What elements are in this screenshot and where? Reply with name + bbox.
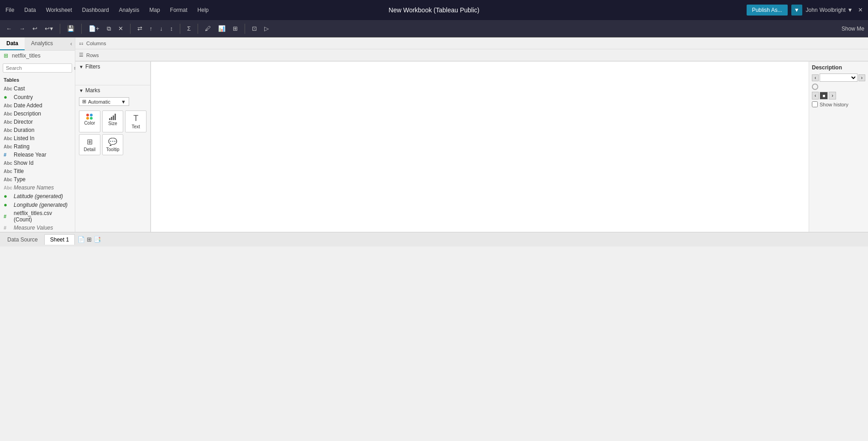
user-lastname: Woolbright	[820, 7, 846, 13]
forward-button[interactable]: →	[17, 24, 27, 33]
field-description[interactable]: Abc Description	[0, 110, 75, 118]
text-mark-button[interactable]: T Text	[125, 110, 146, 132]
dot-green	[90, 117, 93, 120]
menu-data[interactable]: Data	[22, 5, 37, 15]
canvas-area[interactable]	[151, 62, 809, 232]
field-name: Listed In	[14, 135, 34, 142]
field-longitude[interactable]: ● Longitude (generated)	[0, 200, 75, 209]
new-dashboard-button[interactable]: ⊞	[87, 236, 92, 243]
show-me-button[interactable]: Show Me	[842, 26, 864, 32]
sort-clear-button[interactable]: ↕	[168, 24, 176, 33]
tab-data[interactable]: Data	[0, 37, 25, 50]
size-mark-button[interactable]: Size	[102, 110, 124, 132]
menu-worksheet[interactable]: Worksheet	[44, 5, 74, 15]
field-type[interactable]: Abc Type	[0, 175, 75, 184]
show-me-label: Show Me	[842, 26, 864, 32]
filters-area[interactable]	[75, 72, 150, 85]
desc-next-button[interactable]: ›	[858, 74, 865, 81]
field-country[interactable]: ● Country	[0, 93, 75, 101]
color-mark-button[interactable]: Color	[79, 110, 100, 132]
menu-map[interactable]: Map	[147, 5, 162, 15]
panel-collapse-button[interactable]: ‹	[68, 37, 75, 50]
field-title[interactable]: Abc Title	[0, 167, 75, 175]
marks-type-row: ⊞ Automatic ▼	[75, 95, 150, 108]
menu-analysis[interactable]: Analysis	[117, 5, 141, 15]
field-name: Measure Names	[14, 184, 54, 191]
field-name: Show Id	[14, 160, 33, 166]
menu-format[interactable]: Format	[168, 5, 189, 15]
show-history-checkbox[interactable]	[812, 101, 818, 107]
field-cast[interactable]: Abc Cast	[0, 84, 75, 93]
sheet1-tab[interactable]: Sheet 1	[44, 234, 75, 245]
swap-button[interactable]: ⇄	[135, 24, 145, 33]
save-button[interactable]: 💾	[65, 24, 77, 33]
undo-button[interactable]: ↩	[30, 24, 40, 33]
database-icon: ⊞	[4, 52, 8, 59]
tab-analytics[interactable]: Analytics	[25, 37, 59, 50]
highlight-button[interactable]: 🖊	[203, 24, 213, 33]
data-source-tab[interactable]: Data Source	[4, 235, 42, 245]
aggregate-button[interactable]: Σ	[185, 24, 193, 33]
marks-section-header[interactable]: ▼ Marks	[75, 85, 150, 95]
field-rating[interactable]: Abc Rating	[0, 142, 75, 151]
text-label: Text	[131, 124, 140, 129]
back-button[interactable]: ←	[4, 24, 14, 33]
detail-mark-button[interactable]: ⊞ Detail	[79, 134, 100, 155]
close-button[interactable]: ×	[857, 4, 864, 16]
field-show-id[interactable]: Abc Show Id	[0, 159, 75, 167]
columns-content[interactable]	[106, 39, 864, 47]
user-dropdown-icon[interactable]: ▼	[847, 7, 853, 13]
duplicate-button[interactable]: ⧉	[105, 24, 113, 34]
search-input[interactable]	[3, 63, 72, 73]
rows-shelf: ☰ Rows	[75, 49, 868, 61]
sort-desc-button[interactable]: ↓	[157, 24, 165, 33]
description-nav: ‹ ›	[812, 74, 865, 82]
field-latitude[interactable]: ● Latitude (generated)	[0, 192, 75, 200]
new-sheet-button[interactable]: 📄	[78, 236, 85, 243]
field-count[interactable]: # netflix_titles.csv (Count)	[0, 209, 75, 224]
desc-prev-media-button[interactable]: ‹	[812, 92, 819, 100]
redo-button[interactable]: ↩▾	[42, 24, 55, 33]
window-title: New Workbook (Tableau Public)	[389, 6, 480, 14]
size-label: Size	[108, 121, 117, 126]
view-button[interactable]: ⊞	[230, 24, 240, 33]
field-duration[interactable]: Abc Duration	[0, 126, 75, 134]
toolbar: ← → ↩ ↩▾ 💾 📄+ ⧉ ✕ ⇄ ↑ ↓ ↕ Σ 🖊 📊 ⊞ ⊡ ▷ Sh…	[0, 20, 868, 37]
field-listed-in[interactable]: Abc Listed In	[0, 134, 75, 142]
abc-icon: Abc	[4, 111, 12, 116]
menu-bar: File Data Worksheet Dashboard Analysis M…	[4, 5, 210, 15]
tooltip-label: Tooltip	[106, 147, 120, 152]
presentation-button[interactable]: ▷	[262, 24, 271, 33]
menu-file[interactable]: File	[4, 5, 16, 15]
sort-asc-button[interactable]: ↑	[147, 24, 155, 33]
tooltip-mark-button[interactable]: 💬 Tooltip	[102, 134, 124, 155]
marks-type-icon: ⊞	[82, 99, 86, 105]
columns-label: Columns	[86, 41, 106, 46]
new-worksheet-button[interactable]: 📄+	[86, 24, 102, 33]
filters-section-header[interactable]: ▼ Filters	[75, 62, 150, 72]
desc-prev-button[interactable]: ‹	[812, 74, 819, 81]
desc-dropdown[interactable]	[820, 74, 857, 82]
field-measure-values[interactable]: # Measure Values	[0, 224, 75, 232]
group-button[interactable]: 📊	[216, 24, 228, 33]
marks-type-dropdown[interactable]: ⊞ Automatic ▼	[79, 97, 129, 106]
tables-section-header: Tables	[0, 75, 75, 84]
hash-icon: #	[4, 214, 12, 219]
field-release-year[interactable]: # Release Year	[0, 151, 75, 159]
field-director[interactable]: Abc Director	[0, 118, 75, 126]
menu-dashboard[interactable]: Dashboard	[80, 5, 111, 15]
field-date-added[interactable]: Abc Date Added	[0, 101, 75, 110]
fit-button[interactable]: ⊡	[250, 24, 259, 33]
publish-as-dropdown[interactable]: ▼	[791, 5, 802, 16]
field-measure-names[interactable]: Abc Measure Names	[0, 184, 75, 192]
field-name: Cast	[14, 85, 25, 92]
marks-type-label: Automatic	[88, 99, 110, 105]
desc-next-media-button[interactable]: ›	[829, 92, 836, 100]
rows-content[interactable]	[99, 51, 864, 59]
menu-help[interactable]: Help	[196, 5, 211, 15]
field-name: Date Added	[14, 102, 42, 109]
desc-stop-button[interactable]: ■	[820, 92, 828, 100]
clear-button[interactable]: ✕	[116, 24, 125, 33]
new-story-button[interactable]: 📑	[94, 236, 101, 243]
publish-as-button[interactable]: Publish As...	[747, 5, 788, 16]
